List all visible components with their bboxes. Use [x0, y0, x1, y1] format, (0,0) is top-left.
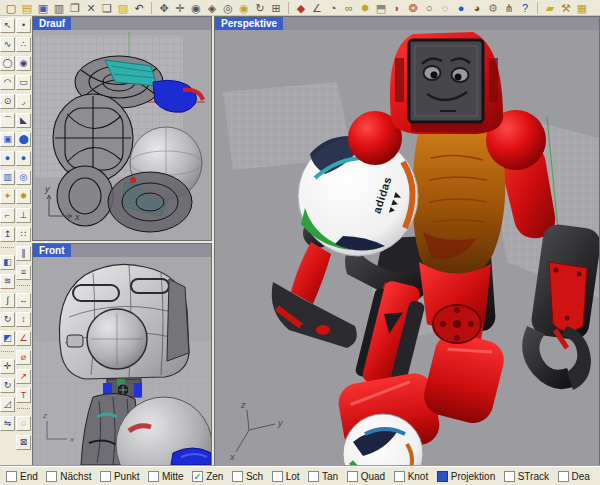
explode-icon[interactable]: ✸ — [16, 189, 31, 204]
ellipse-icon[interactable]: ⊙ — [0, 94, 15, 109]
move-icon[interactable]: ✛ — [0, 359, 15, 374]
group-icon[interactable]: ∷ — [16, 227, 31, 242]
viewport-front-canvas[interactable]: z x — [33, 257, 211, 465]
color-wheel-icon[interactable]: ❂ — [406, 1, 420, 15]
flamingo-render-icon[interactable]: ◗ — [390, 1, 404, 15]
dim-vertical-icon[interactable]: ↕ — [16, 312, 31, 327]
solid-cylinder-icon[interactable]: ▥ — [0, 170, 15, 185]
pipe-icon[interactable]: ∥ — [16, 246, 31, 261]
chamfer-icon[interactable]: ◣ — [16, 113, 31, 128]
polyline-icon[interactable]: ∿ — [0, 37, 15, 52]
front-render[interactable]: z x — [33, 257, 211, 465]
zoom-dynamic-icon[interactable]: ◎ — [221, 1, 235, 15]
rectangle-icon[interactable]: ▭ — [16, 75, 31, 90]
paste-icon[interactable]: ▨ — [116, 1, 130, 15]
pan-icon[interactable]: ✥ — [157, 1, 171, 15]
eraser-icon[interactable]: ▰ — [543, 1, 557, 15]
offset-icon[interactable]: ≡ — [16, 265, 31, 280]
print-icon[interactable]: ▥ — [52, 1, 66, 15]
solid-sphere-icon[interactable]: ● — [0, 151, 15, 166]
osnap-checkbox-projektion[interactable] — [437, 471, 448, 482]
viewport-perspektive-titlebar[interactable]: Perspektive — [215, 17, 599, 31]
osnap-mitte[interactable]: Mitte — [148, 471, 184, 482]
analyze-icon[interactable]: ◆ — [294, 1, 308, 15]
shaded-sphere-icon[interactable]: ● — [454, 1, 468, 15]
lock-object-icon[interactable]: ⊠ — [16, 435, 31, 450]
osnap-checkbox-dea[interactable] — [558, 471, 569, 482]
copy-document-icon[interactable]: ❐ — [68, 1, 82, 15]
viewport-layout-icon[interactable]: ⊞ — [269, 1, 283, 15]
sphere-shaded-icon[interactable]: ⬤ — [16, 132, 31, 147]
sweep-icon[interactable]: ∫ — [0, 293, 15, 308]
help-icon[interactable]: ? — [518, 1, 532, 15]
osnap-end[interactable]: End — [6, 471, 38, 482]
revolve-icon[interactable]: ↻ — [0, 312, 15, 327]
osnap-checkbox-lot[interactable] — [272, 471, 283, 482]
osnap-checkbox-quad[interactable] — [347, 471, 358, 482]
point-cloud-icon[interactable]: ∴ — [16, 37, 31, 52]
osnap-knot[interactable]: Knot — [394, 471, 429, 482]
box-edit-icon[interactable]: ▦ — [575, 1, 589, 15]
fillet-icon[interactable]: ◞ — [16, 94, 31, 109]
viewport-drauf-titlebar[interactable]: Drauf — [33, 17, 211, 31]
new-document-icon[interactable]: ▢ — [4, 1, 18, 15]
copy-icon[interactable]: ❏ — [100, 1, 114, 15]
perspective-render[interactable]: adidas — [215, 30, 599, 465]
wireframe-sphere-icon[interactable]: ○ — [422, 1, 436, 15]
osnap-checkbox-punkt[interactable] — [100, 471, 111, 482]
ellipsoid-icon[interactable]: ● — [16, 151, 31, 166]
osnap-checkbox-sch[interactable] — [232, 471, 243, 482]
ball-top-wireframe[interactable] — [108, 172, 192, 232]
robot-head[interactable] — [390, 32, 503, 134]
joint-tool-icon[interactable]: ⌐ — [0, 208, 15, 223]
viewport-perspektive-title[interactable]: Perspektive — [215, 17, 283, 30]
render-preview-icon[interactable]: ◕ — [470, 1, 484, 15]
measure-angle-icon[interactable]: ∠ — [310, 1, 324, 15]
align-icon[interactable]: ⊥ — [16, 208, 31, 223]
dim-angle-icon[interactable]: ∠ — [16, 331, 31, 346]
object-tree-icon[interactable]: ⋔ — [502, 1, 516, 15]
zoom-icon[interactable]: ◉ — [189, 1, 203, 15]
viewport-front-title[interactable]: Front — [33, 244, 71, 257]
osnap-checkbox-tan[interactable] — [308, 471, 319, 482]
leader-icon[interactable]: ↗ — [16, 369, 31, 384]
undo-icon[interactable]: ↶ — [132, 1, 146, 15]
boolean-union-icon[interactable]: ✦ — [0, 189, 15, 204]
history-icon[interactable]: ◔ — [326, 1, 340, 15]
open-folder-icon[interactable]: ▤ — [20, 1, 34, 15]
freeform-curve-icon[interactable]: ⌒ — [0, 113, 15, 128]
osnap-quad[interactable]: Quad — [347, 471, 385, 482]
robot-head-front[interactable] — [59, 264, 189, 379]
dim-radius-icon[interactable]: ⌀ — [16, 350, 31, 365]
torus-icon[interactable]: ◎ — [16, 170, 31, 185]
osnap-checkbox-zen[interactable]: ✓ — [192, 471, 203, 482]
surface-plane-icon[interactable]: ◧ — [0, 255, 15, 270]
osnap-lot[interactable]: Lot — [272, 471, 300, 482]
display-glasses-icon[interactable]: ∞ — [342, 1, 356, 15]
zoom-window-icon[interactable]: ◈ — [205, 1, 219, 15]
dim-linear-icon[interactable]: ↔ — [16, 293, 31, 308]
osnap-checkbox-strack[interactable] — [504, 471, 515, 482]
lightbulb-icon[interactable]: ✹ — [358, 1, 372, 15]
curve-through-points-icon[interactable]: ◉ — [16, 56, 31, 71]
lock-icon[interactable]: ⬒ — [374, 1, 388, 15]
loft-icon[interactable]: ≋ — [0, 274, 15, 289]
zoom-selected-icon[interactable]: ◉ — [237, 1, 251, 15]
osnap-nächst[interactable]: Nächst — [46, 471, 91, 482]
osnap-checkbox-mitte[interactable] — [148, 471, 159, 482]
patch-icon[interactable]: ◩ — [0, 331, 15, 346]
point-icon[interactable]: • — [16, 18, 31, 33]
hammer-tool-icon[interactable]: ⚒ — [559, 1, 573, 15]
osnap-projektion[interactable]: Projektion — [437, 471, 495, 482]
scale-icon[interactable]: ◿ — [0, 397, 15, 412]
rotate-icon[interactable]: ↻ — [0, 378, 15, 393]
osnap-zen[interactable]: ✓Zen — [192, 471, 223, 482]
ghosted-sphere-icon[interactable]: ◌ — [438, 1, 452, 15]
viewport-drauf-canvas[interactable]: y x — [33, 30, 211, 240]
osnap-sch[interactable]: Sch — [232, 471, 263, 482]
drauf-render[interactable]: y x — [33, 30, 211, 240]
osnap-dea[interactable]: Dea — [558, 471, 590, 482]
solid-box-icon[interactable]: ▣ — [0, 132, 15, 147]
move-view-icon[interactable]: ✛ — [173, 1, 187, 15]
circle-icon[interactable]: ◯ — [0, 56, 15, 71]
